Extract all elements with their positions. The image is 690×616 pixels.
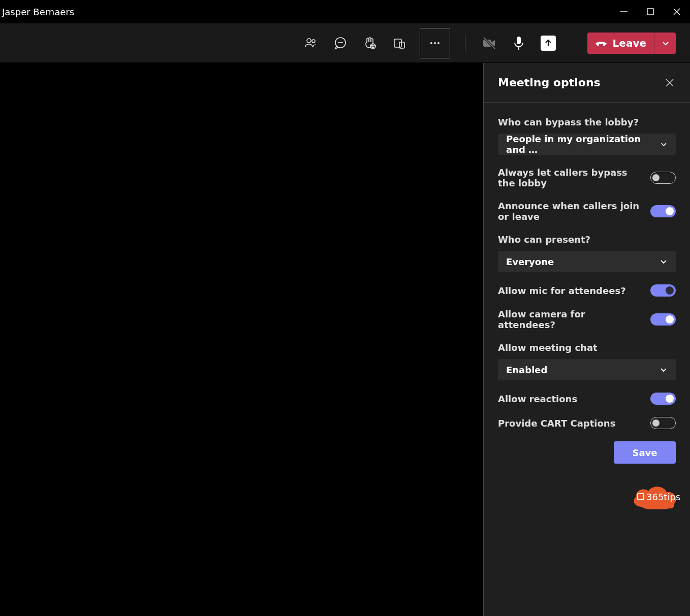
maximize-icon (647, 8, 654, 15)
toggle-callers-bypass[interactable] (650, 172, 676, 184)
watermark-text: 365tips (629, 492, 680, 502)
office-logo-icon (637, 493, 644, 500)
svg-point-13 (430, 42, 432, 44)
panel-header: Meeting options (484, 63, 690, 103)
toolbar-group: Leave (303, 28, 676, 58)
reactions-button[interactable] (362, 36, 378, 51)
chevron-down-icon (662, 39, 670, 47)
row-cart: Provide CART Captions (498, 417, 676, 429)
field-present: Who can present? Everyone (498, 234, 676, 272)
window-maximize-button[interactable] (637, 0, 664, 23)
close-icon (665, 78, 674, 87)
window-controls (611, 0, 690, 23)
svg-point-15 (437, 42, 440, 44)
share-screen-button[interactable] (541, 36, 556, 51)
leave-options-button[interactable] (654, 33, 676, 54)
ellipsis-icon (428, 37, 442, 50)
panel-close-button[interactable] (664, 77, 676, 89)
meeting-options-panel: Meeting options Who can bypass the lobby… (484, 63, 690, 616)
call-toolbar: Leave (0, 23, 690, 63)
save-row: Save (498, 441, 676, 464)
camera-off-icon (482, 36, 497, 51)
chevron-down-icon (660, 140, 668, 148)
svg-point-4 (307, 39, 311, 43)
window-close-button[interactable] (664, 0, 690, 23)
row-allow-mic: Allow mic for attendees? (498, 284, 676, 297)
video-stage (0, 63, 484, 616)
window-minimize-button[interactable] (611, 0, 637, 23)
hangup-icon (594, 39, 608, 48)
more-actions-button[interactable] (420, 28, 450, 58)
svg-point-5 (312, 40, 315, 43)
titlebar-user-name: Jasper Bernaers (0, 7, 74, 17)
svg-point-14 (434, 42, 436, 44)
microphone-icon (512, 36, 525, 51)
close-icon (673, 8, 681, 16)
people-icon (304, 36, 318, 50)
toggle-announce[interactable] (650, 205, 676, 217)
field-label: Allow meeting chat (498, 342, 676, 353)
select-value: People in my organization and … (506, 134, 660, 155)
leave-button-group: Leave (587, 33, 676, 54)
rooms-icon (393, 37, 406, 50)
share-up-icon (544, 39, 553, 48)
chevron-down-icon (660, 366, 668, 374)
toggle-cart[interactable] (650, 417, 676, 429)
camera-toggle-button[interactable] (482, 36, 497, 51)
leave-label: Leave (613, 37, 646, 49)
svg-rect-1 (647, 9, 653, 15)
chat-icon (333, 36, 348, 50)
row-callers-bypass: Always let callers bypass the lobby (498, 167, 676, 188)
panel-body: Who can bypass the lobby? People in my o… (484, 103, 690, 464)
leave-button[interactable]: Leave (587, 33, 654, 54)
field-label: Who can present? (498, 234, 676, 245)
select-present[interactable]: Everyone (498, 251, 676, 272)
field-meeting-chat: Allow meeting chat Enabled (498, 342, 676, 380)
save-label: Save (632, 447, 657, 458)
toggle-reactions[interactable] (650, 393, 676, 405)
minimize-icon (620, 8, 628, 16)
toggle-allow-mic[interactable] (650, 284, 676, 297)
svg-rect-11 (394, 39, 401, 47)
toggle-allow-camera[interactable] (650, 313, 676, 326)
select-meeting-chat[interactable]: Enabled (498, 359, 676, 380)
window-titlebar: Jasper Bernaers (0, 0, 690, 23)
chat-button[interactable] (333, 36, 348, 51)
svg-point-9 (371, 45, 372, 46)
field-label: Always let callers bypass the lobby (498, 167, 642, 188)
row-allow-camera: Allow camera for attendees? (498, 309, 676, 330)
mic-toggle-button[interactable] (511, 36, 526, 51)
rooms-button[interactable] (392, 36, 407, 51)
main-area: Meeting options Who can bypass the lobby… (0, 63, 690, 616)
field-label: Who can bypass the lobby? (498, 117, 676, 127)
row-reactions: Allow reactions (498, 393, 676, 405)
save-button[interactable]: Save (614, 441, 676, 464)
select-bypass-lobby[interactable]: People in my organization and … (498, 134, 676, 155)
select-value: Enabled (506, 365, 547, 375)
field-label: Provide CART Captions (498, 418, 642, 429)
field-label: Allow mic for attendees? (498, 285, 642, 296)
watermark-badge: 365tips (629, 484, 680, 509)
field-bypass-lobby: Who can bypass the lobby? People in my o… (498, 117, 676, 155)
participants-button[interactable] (303, 36, 319, 51)
row-announce: Announce when callers join or leave (498, 201, 676, 222)
panel-title: Meeting options (498, 76, 601, 89)
toolbar-separator (465, 35, 465, 52)
svg-rect-19 (517, 37, 521, 44)
select-value: Everyone (506, 256, 554, 267)
field-label: Allow camera for attendees? (498, 309, 642, 330)
raise-hand-icon (363, 36, 377, 50)
svg-point-10 (373, 45, 374, 46)
field-label: Announce when callers join or leave (498, 201, 642, 222)
field-label: Allow reactions (498, 394, 642, 404)
chevron-down-icon (660, 257, 668, 266)
